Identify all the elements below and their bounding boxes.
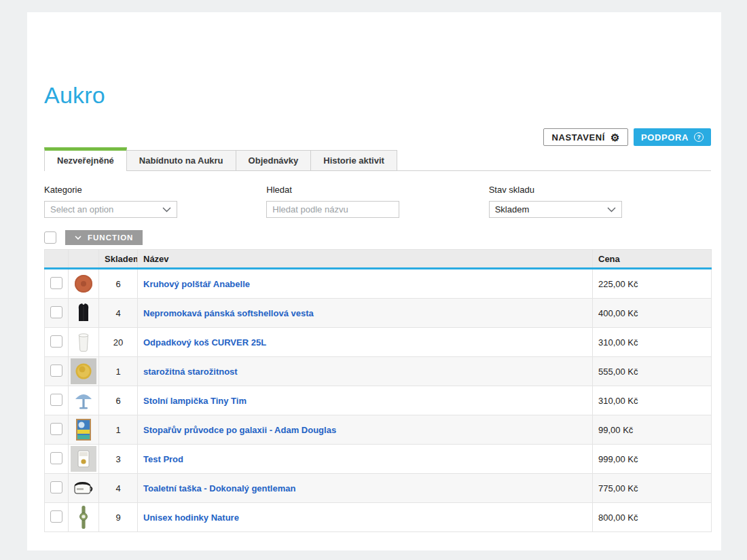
product-name-link[interactable]: Unisex hodinky Nature: [143, 512, 239, 523]
stock-value: 4: [115, 308, 120, 318]
product-name-link[interactable]: starožitná starožitnost: [143, 367, 238, 377]
row-checkbox[interactable]: [50, 394, 62, 406]
row-checkbox[interactable]: [50, 452, 62, 464]
price-value: 800,00 Kč: [598, 512, 638, 523]
price-value: 310,00 Kč: [598, 337, 638, 348]
stock-select-value: Skladem: [495, 204, 530, 214]
tab-nabídnuto-na-aukru[interactable]: Nabídnuto na Aukru: [126, 150, 236, 170]
filter-category: Kategorie Select an option: [44, 185, 266, 218]
price-value: 999,00 Kč: [598, 454, 638, 464]
search-filter-label: Hledat: [266, 185, 488, 195]
stock-value: 9: [115, 512, 120, 523]
table-row: 9 Unisex hodinky Nature 800,00 Kč: [45, 503, 712, 532]
stock-value: 1: [115, 425, 120, 435]
price-value: 400,00 Kč: [598, 308, 638, 318]
content-card: Aukro NASTAVENÍ ⚙ PODPORA ? Nezveřejněné…: [27, 12, 721, 550]
chevron-down-icon: [162, 207, 171, 212]
product-name-link[interactable]: Nepromokavá pánská softshellová vesta: [143, 308, 314, 318]
tab-objednávky[interactable]: Objednávky: [236, 150, 312, 170]
stock-select[interactable]: Skladem: [489, 201, 622, 218]
tab-bar: NezveřejněnéNabídnuto na AukruObjednávky…: [44, 147, 711, 171]
function-button-label: FUNCTION: [88, 234, 133, 242]
tab-label: Objednávky: [249, 155, 299, 166]
tab-nezveřejněné[interactable]: Nezveřejněné: [44, 147, 127, 171]
coin-image: [71, 358, 96, 384]
filter-bar: Kategorie Select an option Hledat Stav s…: [44, 185, 711, 218]
table-row: 20 Odpadkový koš CURVER 25L 310,00 Kč: [45, 328, 712, 357]
row-checkbox[interactable]: [50, 510, 62, 523]
tab-label: Nezveřejněné: [57, 155, 114, 166]
table-header-row: Skladem Název Cena: [45, 250, 712, 269]
stock-value: 4: [115, 483, 120, 493]
header-checkbox-cell: [45, 250, 69, 269]
stock-value: 20: [113, 337, 123, 348]
settings-button[interactable]: NASTAVENÍ ⚙: [543, 128, 628, 146]
price-value: 775,00 Kč: [598, 483, 638, 493]
price-value: 555,00 Kč: [598, 367, 638, 377]
table-row: 4 Toaletní taška - Dokonalý gentleman 77…: [45, 474, 712, 503]
stock-value: 3: [115, 454, 120, 464]
row-checkbox[interactable]: [50, 481, 62, 493]
price-value: 99,00 Kč: [598, 425, 633, 435]
vest-image: [71, 300, 96, 326]
row-checkbox[interactable]: [50, 365, 62, 377]
search-input[interactable]: [266, 201, 399, 218]
stock-value: 6: [115, 279, 120, 289]
support-button-label: PODPORA: [641, 132, 689, 143]
category-filter-label: Kategorie: [44, 185, 266, 195]
question-circle-icon: ?: [694, 132, 704, 142]
header-price: Cena: [593, 250, 712, 269]
tab-historie-aktivit[interactable]: Historie aktivit: [310, 150, 397, 170]
product-name-link[interactable]: Odpadkový koš CURVER 25L: [143, 337, 266, 348]
filter-search: Hledat: [266, 185, 488, 218]
product-name-link[interactable]: Test Prod: [143, 454, 183, 464]
lamp-image: [71, 388, 96, 413]
row-checkbox[interactable]: [50, 423, 62, 435]
price-value: 310,00 Kč: [598, 396, 638, 406]
chevron-down-icon: [75, 236, 81, 240]
watch-image: [71, 504, 96, 530]
category-select-placeholder: Select an option: [50, 204, 113, 214]
tab-label: Nabídnuto na Aukru: [139, 155, 223, 166]
page-title: Aukro: [44, 82, 711, 109]
table-row: 6 Kruhový polštář Anabelle 225,00 Kč: [45, 269, 712, 299]
select-all-checkbox[interactable]: [44, 231, 56, 244]
header-image-cell: [69, 250, 99, 269]
graded-card-image: [71, 446, 96, 472]
tab-label: Historie aktivit: [323, 155, 384, 166]
product-name-link[interactable]: Toaletní taška - Dokonalý gentleman: [143, 483, 295, 493]
stock-value: 1: [115, 367, 120, 377]
cushion-image: [71, 271, 96, 297]
table-row: 1 starožitná starožitnost 555,00 Kč: [45, 357, 712, 386]
book-image: [71, 417, 96, 443]
products-table: Skladem Název Cena 6 Kruhový polštář Ana…: [44, 249, 712, 532]
category-select[interactable]: Select an option: [44, 201, 177, 218]
support-button[interactable]: PODPORA ?: [634, 128, 711, 146]
gear-icon: ⚙: [611, 132, 620, 143]
toiletry-bag-image: [71, 475, 96, 501]
product-name-link[interactable]: Stolní lampička Tiny Tim: [143, 396, 247, 406]
stock-filter-label: Stav skladu: [489, 185, 711, 195]
table-row: 4 Nepromokavá pánská softshellová vesta …: [45, 299, 712, 328]
filter-stock-state: Stav skladu Skladem: [489, 185, 711, 218]
header-stock: Skladem: [99, 250, 138, 269]
table-row: 3 Test Prod 999,00 Kč: [45, 445, 712, 474]
row-checkbox[interactable]: [50, 335, 62, 348]
function-button[interactable]: FUNCTION: [65, 230, 143, 245]
stock-value: 6: [115, 396, 120, 406]
trash-bin-image: [71, 329, 96, 355]
table-row: 1 Stopařův průvodce po galaxii - Adam Do…: [45, 415, 712, 445]
product-name-link[interactable]: Stopařův průvodce po galaxii - Adam Doug…: [143, 425, 336, 435]
header-name: Název: [138, 250, 593, 269]
row-checkbox[interactable]: [50, 306, 62, 318]
chevron-down-icon: [607, 207, 616, 212]
bulk-action-toolbar: FUNCTION: [44, 230, 711, 245]
price-value: 225,00 Kč: [598, 279, 638, 289]
table-row: 6 Stolní lampička Tiny Tim 310,00 Kč: [45, 386, 712, 415]
product-name-link[interactable]: Kruhový polštář Anabelle: [143, 279, 250, 289]
row-checkbox[interactable]: [50, 277, 62, 289]
header-actions: NASTAVENÍ ⚙ PODPORA ?: [44, 128, 711, 146]
settings-button-label: NASTAVENÍ: [551, 132, 605, 143]
